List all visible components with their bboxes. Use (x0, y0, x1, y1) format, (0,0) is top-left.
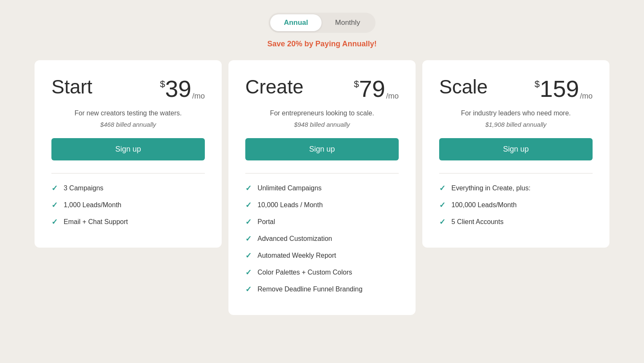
create-billed-annually: $948 billed annually (245, 121, 399, 128)
list-item: ✓ Email + Chat Support (51, 217, 205, 227)
scale-billed-annually: $1,908 billed annually (439, 121, 593, 128)
scale-divider (439, 173, 593, 173)
feature-label: Portal (258, 218, 275, 226)
feature-label: Remove Deadline Funnel Branding (258, 286, 362, 293)
start-divider (51, 173, 205, 173)
create-price-dollar: $ (354, 80, 359, 89)
create-price-mo: /mo (386, 92, 399, 100)
check-icon: ✓ (439, 200, 445, 210)
feature-label: 1,000 Leads/Month (64, 201, 121, 209)
create-plan-description: For entrepreneurs looking to scale. (245, 108, 399, 118)
start-plan-card: Start $ 39 /mo For new creators testing … (35, 60, 222, 248)
scale-plan-card: Scale $ 159 /mo For industry leaders who… (422, 60, 609, 248)
scale-card-header: Scale $ 159 /mo (439, 77, 593, 101)
start-plan-description: For new creators testing the waters. (51, 108, 205, 118)
check-icon: ✓ (245, 234, 252, 243)
create-feature-list: ✓ Unlimited Campaigns ✓ 10,000 Leads / M… (245, 184, 399, 294)
check-icon: ✓ (245, 268, 252, 277)
save-banner: Save 20% by Paying Annually! (267, 40, 376, 48)
feature-label: 5 Client Accounts (451, 218, 504, 226)
scale-signup-button[interactable]: Sign up (439, 138, 593, 160)
start-price-block: $ 39 /mo (160, 77, 205, 101)
create-signup-button[interactable]: Sign up (245, 138, 399, 160)
annual-toggle-button[interactable]: Annual (270, 14, 322, 31)
scale-price-dollar: $ (534, 80, 539, 89)
start-card-header: Start $ 39 /mo (51, 77, 205, 101)
scale-feature-list: ✓ Everything in Create, plus: ✓ 100,000 … (439, 184, 593, 227)
create-plan-name: Create (245, 77, 303, 96)
create-divider (245, 173, 399, 173)
billing-toggle: Annual Monthly (268, 13, 375, 33)
list-item: ✓ 10,000 Leads / Month (245, 200, 399, 210)
start-signup-button[interactable]: Sign up (51, 138, 205, 160)
feature-label: Advanced Customization (258, 235, 332, 243)
list-item: ✓ 1,000 Leads/Month (51, 200, 205, 210)
check-icon: ✓ (51, 217, 58, 227)
feature-label: 10,000 Leads / Month (258, 201, 323, 209)
list-item: ✓ Unlimited Campaigns (245, 184, 399, 193)
check-icon: ✓ (245, 285, 252, 294)
scale-plan-name: Scale (439, 77, 488, 96)
feature-label: 100,000 Leads/Month (451, 201, 517, 209)
list-item: ✓ Automated Weekly Report (245, 251, 399, 260)
list-item: ✓ Everything in Create, plus: (439, 184, 593, 193)
start-price-mo: /mo (192, 92, 205, 100)
list-item: ✓ 5 Client Accounts (439, 217, 593, 227)
feature-label: Unlimited Campaigns (258, 184, 322, 192)
check-icon: ✓ (439, 217, 445, 227)
check-icon: ✓ (51, 184, 58, 193)
scale-price-mo: /mo (580, 92, 593, 100)
list-item: ✓ 3 Campaigns (51, 184, 205, 193)
feature-label: Everything in Create, plus: (451, 184, 531, 192)
list-item: ✓ Color Palettes + Custom Colors (245, 268, 399, 277)
start-feature-list: ✓ 3 Campaigns ✓ 1,000 Leads/Month ✓ Emai… (51, 184, 205, 227)
start-plan-name: Start (51, 77, 92, 96)
feature-label: Color Palettes + Custom Colors (258, 269, 352, 276)
check-icon: ✓ (245, 184, 252, 193)
create-price-amount: 79 (359, 77, 385, 101)
scale-price-amount: 159 (540, 77, 579, 101)
check-icon: ✓ (245, 200, 252, 210)
feature-label: 3 Campaigns (64, 184, 103, 192)
list-item: ✓ 100,000 Leads/Month (439, 200, 593, 210)
feature-label: Email + Chat Support (64, 218, 128, 226)
check-icon: ✓ (439, 184, 445, 193)
start-price-amount: 39 (165, 77, 191, 101)
check-icon: ✓ (245, 217, 252, 227)
list-item: ✓ Advanced Customization (245, 234, 399, 243)
pricing-container: Start $ 39 /mo For new creators testing … (31, 60, 613, 315)
create-card-header: Create $ 79 /mo (245, 77, 399, 101)
check-icon: ✓ (51, 200, 58, 210)
scale-plan-description: For industry leaders who need more. (439, 108, 593, 118)
start-billed-annually: $468 billed annually (51, 121, 205, 128)
start-price-dollar: $ (160, 80, 165, 89)
create-plan-card: Create $ 79 /mo For entrepreneurs lookin… (228, 60, 416, 315)
list-item: ✓ Remove Deadline Funnel Branding (245, 285, 399, 294)
list-item: ✓ Portal (245, 217, 399, 227)
monthly-toggle-button[interactable]: Monthly (322, 14, 374, 31)
create-price-block: $ 79 /mo (354, 77, 399, 101)
feature-label: Automated Weekly Report (258, 252, 336, 259)
scale-price-block: $ 159 /mo (534, 77, 593, 101)
check-icon: ✓ (245, 251, 252, 260)
